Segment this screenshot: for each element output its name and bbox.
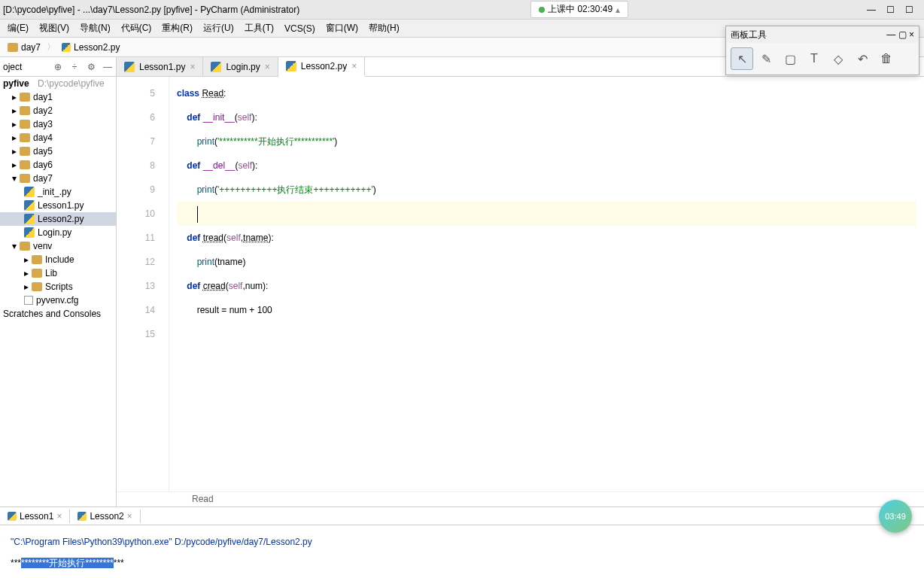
- collapse-icon[interactable]: ÷: [69, 62, 80, 72]
- tree-file[interactable]: Login.py: [0, 226, 116, 239]
- tree-dir[interactable]: ▸ day6: [0, 158, 116, 172]
- close-icon[interactable]: ☐: [905, 5, 913, 15]
- menu-vcs[interactable]: VCS(S): [280, 22, 320, 35]
- tab-lesson2[interactable]: Lesson2.py×: [278, 57, 365, 77]
- menu-navigate[interactable]: 导航(N): [75, 20, 115, 36]
- tree-dir[interactable]: ▸ day5: [0, 144, 116, 158]
- run-tab-lesson2[interactable]: Lesson2×: [70, 510, 140, 523]
- window-title: [D:\pycode\pyfive] - ...\day7\Lesson2.py…: [3, 5, 299, 15]
- max-icon[interactable]: ▢: [898, 29, 907, 40]
- tree-scratch[interactable]: Scratches and Consoles: [0, 307, 116, 321]
- crumb-file[interactable]: Lesson2.py: [59, 41, 123, 54]
- tree-dir[interactable]: ▸ day1: [0, 90, 116, 104]
- maximize-icon[interactable]: ☐: [886, 5, 895, 15]
- draw-panel[interactable]: 画板工具 — ▢ × ↖ ✎ ▢ T ◇ ↶ 🗑: [725, 26, 919, 75]
- undo-icon[interactable]: ↶: [851, 47, 874, 70]
- tree-file-active[interactable]: Lesson2.py: [0, 212, 116, 226]
- menu-code[interactable]: 代码(C): [117, 20, 157, 36]
- close-icon[interactable]: ×: [909, 29, 914, 40]
- close-tab-icon[interactable]: ×: [351, 61, 357, 71]
- tab-login[interactable]: Login.py×: [203, 57, 278, 76]
- menu-window[interactable]: 窗口(W): [321, 20, 363, 36]
- cursor-tool-icon[interactable]: ↖: [731, 47, 753, 70]
- run-tab-lesson1[interactable]: Lesson1×: [0, 510, 70, 523]
- crumb-day7[interactable]: day7: [5, 41, 44, 54]
- hide-icon[interactable]: —: [102, 62, 113, 72]
- tree-dir[interactable]: ▸ Scripts: [0, 280, 116, 294]
- tree-dir[interactable]: ▾ day7: [0, 172, 116, 185]
- tree-venv[interactable]: ▾ venv: [0, 239, 116, 253]
- project-header: oject: [3, 62, 47, 72]
- recording-badge[interactable]: 上课中 02:30:49▴: [530, 1, 628, 18]
- tab-lesson1[interactable]: Lesson1.py×: [117, 57, 203, 76]
- console-output[interactable]: "C:\Program Files\Python39\python.exe" D…: [0, 525, 924, 578]
- timer-badge[interactable]: 03:49: [879, 500, 912, 533]
- code-editor[interactable]: 5 6 7 8 9 10 11 12 13 14 15 class Read: …: [117, 77, 924, 491]
- min-icon[interactable]: —: [886, 29, 895, 40]
- tree-dir[interactable]: ▸ Include: [0, 253, 116, 266]
- tree-file[interactable]: _init_.py: [0, 185, 116, 199]
- menu-view[interactable]: 视图(V): [35, 20, 74, 36]
- close-tab-icon[interactable]: ×: [190, 62, 195, 72]
- trash-icon[interactable]: 🗑: [875, 47, 898, 70]
- gear-icon[interactable]: ⚙: [86, 62, 96, 72]
- tree-file[interactable]: pyvenv.cfg: [0, 294, 116, 307]
- run-panel: Lesson1× Lesson2× "C:\Program Files\Pyth…: [0, 507, 924, 578]
- project-panel: oject ⊕ ÷ ⚙ — pyfive D:\pycode\pyfive ▸ …: [0, 57, 117, 507]
- tree-dir[interactable]: ▸ day2: [0, 104, 116, 117]
- pen-tool-icon[interactable]: ✎: [755, 47, 777, 70]
- minimize-icon[interactable]: —: [867, 5, 876, 15]
- tree-root[interactable]: pyfive D:\pycode\pyfive: [0, 77, 116, 90]
- menu-run[interactable]: 运行(U): [199, 20, 239, 36]
- eraser-tool-icon[interactable]: ◇: [827, 47, 850, 70]
- menu-help[interactable]: 帮助(H): [364, 20, 404, 36]
- rect-tool-icon[interactable]: ▢: [779, 47, 801, 70]
- gutter: 5 6 7 8 9 10 11 12 13 14 15: [117, 77, 169, 491]
- tree-dir[interactable]: ▸ day3: [0, 117, 116, 131]
- text-tool-icon[interactable]: T: [803, 47, 825, 70]
- close-tab-icon[interactable]: ×: [265, 62, 270, 72]
- tree-file[interactable]: Lesson1.py: [0, 199, 116, 212]
- target-icon[interactable]: ⊕: [53, 62, 63, 72]
- menu-edit[interactable]: 编(E): [3, 20, 33, 36]
- editor-breadcrumb: Read: [117, 491, 924, 507]
- tree-dir[interactable]: ▸ day4: [0, 131, 116, 144]
- menu-tools[interactable]: 工具(T): [240, 20, 278, 36]
- tree-dir[interactable]: ▸ Lib: [0, 266, 116, 280]
- menu-refactor[interactable]: 重构(R): [157, 20, 197, 36]
